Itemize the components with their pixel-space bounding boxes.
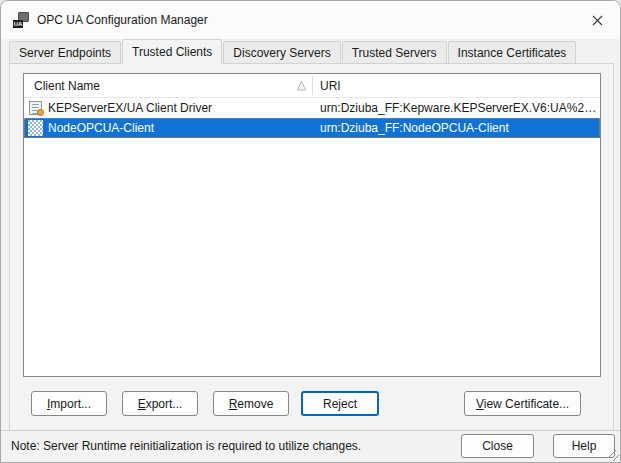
tab-discovery-servers[interactable]: Discovery Servers [223,41,340,64]
tab-strip: Server Endpoints Trusted Clients Discove… [9,39,577,64]
tab-instance-certificates[interactable]: Instance Certificates [448,41,577,64]
client-name-cell: KEPServerEX/UA Client Driver [48,98,310,118]
client-uri-cell: urn:Dziuba_FF:NodeOPCUA-Client [320,118,598,138]
column-header-uri[interactable]: URI [320,74,341,97]
certificate-checker-icon [28,120,44,136]
tab-server-endpoints[interactable]: Server Endpoints [9,41,121,64]
column-header-client-name[interactable]: Client Name [34,74,100,97]
help-button[interactable]: Help [553,434,615,458]
import-button[interactable]: Import... [31,391,107,416]
runtime-note: Note: Server Runtime reinitialization is… [11,431,361,461]
resize-grip[interactable] [608,450,619,461]
tab-trusted-servers[interactable]: Trusted Servers [342,41,447,64]
remove-button[interactable]: Remove [213,391,289,416]
sort-ascending-icon [295,79,308,92]
close-icon [592,15,603,26]
trusted-clients-list: Client Name URI KEPServerEX/UA Client Dr… [23,73,601,377]
dialog-opc-ua-configuration-manager: UA OPC UA Configuration Manager Server E… [0,0,621,463]
window-title: OPC UA Configuration Manager [37,1,208,39]
app-icon: UA [13,12,29,28]
client-name-cell: NodeOPCUA-Client [48,118,310,138]
client-uri-cell: urn:Dziuba_FF:Kepware.KEPServerEX.V6:UA%… [320,98,598,118]
titlebar: UA OPC UA Configuration Manager [1,1,620,39]
close-window-button[interactable] [574,1,620,39]
tab-trusted-clients[interactable]: Trusted Clients [122,39,222,64]
export-button[interactable]: Export... [122,391,198,416]
ua-logo-icon: UA [13,20,23,28]
list-row-nodeopcua-selected[interactable]: NodeOPCUA-Client urn:Dziuba_FF:NodeOPCUA… [24,118,600,138]
certificate-icon [28,100,44,116]
list-header: Client Name URI [24,74,600,98]
view-certificate-button[interactable]: View Certificate... [464,391,581,416]
column-divider[interactable] [312,76,313,95]
close-button[interactable]: Close [461,434,534,458]
reject-button[interactable]: Reject [301,391,379,416]
list-row-kepserverex[interactable]: KEPServerEX/UA Client Driver urn:Dziuba_… [24,98,600,118]
